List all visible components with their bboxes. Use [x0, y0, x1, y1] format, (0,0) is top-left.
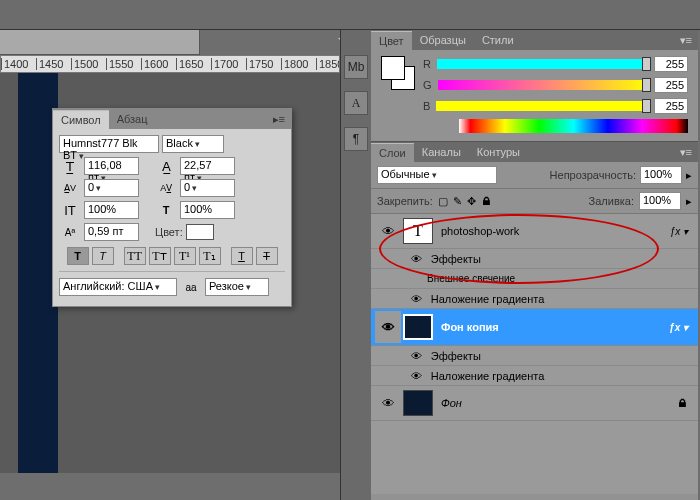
antialias-icon: aa: [180, 278, 202, 296]
effect-gradient-overlay[interactable]: 👁︎ Наложение градиента: [371, 289, 698, 309]
layers-panel: Слои Каналы Контуры ▾≡ Обычные Непрозрач…: [371, 142, 698, 494]
dock-char-button[interactable]: A: [344, 91, 368, 115]
font-weight-select[interactable]: Black: [162, 135, 224, 153]
font-family-select[interactable]: Humnst777 Blk BT: [59, 135, 159, 153]
tab-paths[interactable]: Контуры: [469, 143, 528, 161]
fx-badge[interactable]: ƒx ▾: [670, 226, 694, 237]
panel-menu-icon[interactable]: ▾≡: [674, 34, 698, 47]
vscale-icon: IT: [59, 201, 81, 219]
lock-label: Закрепить:: [377, 195, 433, 207]
kerning-input[interactable]: 0: [84, 179, 139, 197]
underline-button[interactable]: T: [231, 247, 253, 265]
b-value[interactable]: 255: [654, 98, 688, 114]
panel-menu-icon[interactable]: ▸≡: [267, 113, 291, 126]
hscale-icon: T: [155, 201, 177, 219]
eye-icon[interactable]: 👁︎: [411, 350, 422, 362]
layer-row[interactable]: 👁︎ Фон копия ƒx ▾: [371, 309, 698, 346]
color-spectrum[interactable]: [459, 119, 688, 133]
tab-channels[interactable]: Каналы: [414, 143, 469, 161]
opacity-chevron-icon[interactable]: ▸: [686, 169, 692, 182]
baseline-input[interactable]: 0,59 пт: [84, 223, 139, 241]
b-label: B: [423, 100, 430, 112]
layer-name[interactable]: Фон копия: [435, 321, 669, 333]
fill-input[interactable]: 100%: [639, 192, 681, 210]
allcaps-button[interactable]: TT: [124, 247, 146, 265]
visibility-toggle[interactable]: 👁︎: [375, 224, 401, 239]
lock-icon: 🔒︎: [677, 397, 694, 409]
hscale-input[interactable]: 100%: [180, 201, 235, 219]
effect-outer-glow[interactable]: Внешнее свечение: [371, 269, 698, 289]
fg-bg-swatch[interactable]: [381, 56, 415, 90]
document-tab[interactable]: [0, 30, 200, 55]
effect-gradient-overlay[interactable]: 👁︎ Наложение градиента: [371, 366, 698, 386]
lock-pixels-icon[interactable]: ✎: [453, 195, 462, 208]
layer-thumb[interactable]: [403, 314, 433, 340]
horizontal-ruler: 1400145015001550160016501700175018001850…: [0, 55, 340, 73]
right-dock: Mb A ¶ Цвет Образцы Стили ▾≡ R 255: [340, 30, 698, 500]
opacity-label: Непрозрачность:: [550, 169, 636, 181]
vscale-input[interactable]: 100%: [84, 201, 139, 219]
tracking-input[interactable]: 0: [180, 179, 235, 197]
baseline-icon: Aª: [59, 223, 81, 241]
eye-icon[interactable]: 👁︎: [411, 293, 422, 305]
color-panel: Цвет Образцы Стили ▾≡ R 255 G 255: [371, 30, 698, 142]
tab-paragraph[interactable]: Абзац: [109, 110, 156, 128]
fill-chevron-icon[interactable]: ▸: [686, 195, 692, 208]
leading-icon: A̲: [155, 157, 177, 175]
g-slider[interactable]: [438, 80, 648, 90]
superscript-button[interactable]: T¹: [174, 247, 196, 265]
fill-label: Заливка:: [589, 195, 634, 207]
b-slider[interactable]: [436, 101, 648, 111]
panel-menu-icon[interactable]: ▾≡: [674, 146, 698, 159]
dock-para-button[interactable]: ¶: [344, 127, 368, 151]
lock-trans-icon[interactable]: ▢: [438, 195, 448, 208]
smallcaps-button[interactable]: Tᴛ: [149, 247, 171, 265]
bold-button[interactable]: T: [67, 247, 89, 265]
layer-row[interactable]: 👁︎ T photoshop-work ƒx ▾: [371, 214, 698, 249]
tab-color[interactable]: Цвет: [371, 31, 412, 50]
eye-icon[interactable]: 👁︎: [411, 370, 422, 382]
icon-dock: Mb A ¶: [341, 30, 371, 500]
layer-name[interactable]: photoshop-work: [435, 225, 670, 237]
opacity-input[interactable]: 100%: [640, 166, 682, 184]
subscript-button[interactable]: T₁: [199, 247, 221, 265]
visibility-toggle[interactable]: 👁︎: [375, 396, 401, 411]
effects-header[interactable]: 👁︎ Эффекты: [371, 346, 698, 366]
layer-name[interactable]: Фон: [435, 397, 677, 409]
r-label: R: [423, 58, 431, 70]
visibility-toggle[interactable]: 👁︎: [375, 311, 401, 343]
r-value[interactable]: 255: [654, 56, 688, 72]
layer-row[interactable]: 👁︎ Фон 🔒︎: [371, 386, 698, 421]
lock-move-icon[interactable]: ✥: [467, 195, 476, 208]
app-topbar: [0, 0, 700, 30]
dock-mb-button[interactable]: Mb: [344, 55, 368, 79]
layer-thumb[interactable]: [403, 390, 433, 416]
antialias-select[interactable]: Резкое: [205, 278, 269, 296]
strike-button[interactable]: T: [256, 247, 278, 265]
leading-input[interactable]: 22,57 пт: [180, 157, 235, 175]
layer-thumb[interactable]: T: [403, 218, 433, 244]
tab-layers[interactable]: Слои: [371, 143, 414, 162]
effects-header[interactable]: 👁︎ Эффекты: [371, 249, 698, 269]
tracking-icon: AV̲: [155, 179, 177, 197]
tab-swatches[interactable]: Образцы: [412, 31, 474, 49]
italic-button[interactable]: T: [92, 247, 114, 265]
font-size-icon: T̲: [59, 157, 81, 175]
fx-badge[interactable]: ƒx ▾: [669, 322, 694, 333]
lock-all-icon[interactable]: 🔒︎: [481, 195, 492, 207]
g-value[interactable]: 255: [654, 77, 688, 93]
eye-icon[interactable]: 👁︎: [411, 253, 422, 265]
character-panel: Символ Абзац ▸≡ Humnst777 Blk BT Black T…: [52, 108, 292, 307]
blend-mode-select[interactable]: Обычные: [377, 166, 497, 184]
language-select[interactable]: Английский: США: [59, 278, 177, 296]
kerning-icon: A̲V: [59, 179, 81, 197]
tab-character[interactable]: Символ: [53, 110, 109, 129]
text-color-swatch[interactable]: [186, 224, 214, 240]
g-label: G: [423, 79, 432, 91]
layer-list: 👁︎ T photoshop-work ƒx ▾ 👁︎ Эффекты Внеш…: [371, 214, 698, 494]
tab-styles[interactable]: Стили: [474, 31, 522, 49]
r-slider[interactable]: [437, 59, 648, 69]
color-label: Цвет:: [155, 226, 183, 238]
font-size-input[interactable]: 116,08 пт: [84, 157, 139, 175]
